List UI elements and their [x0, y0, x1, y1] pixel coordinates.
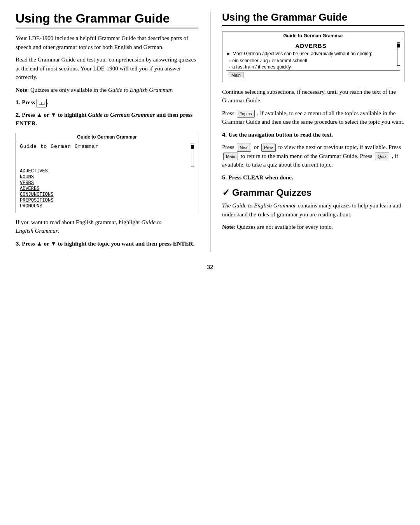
step-5: 5. Press CLEAR when done.: [222, 173, 404, 182]
press-or: or: [254, 144, 259, 150]
scroll-thumb-2: [397, 44, 400, 47]
step-4: 4. Use the navigation button to read the…: [222, 130, 404, 139]
grammar-quizzes-label: Grammar Quizzes: [232, 187, 312, 198]
step4-bold: Use the navigation button to read the te…: [228, 132, 333, 138]
screen1-header-line: Guide to German Grammar: [20, 144, 194, 167]
note1-end: .: [172, 87, 173, 93]
screen1-header-text: Guide to German Grammar: [20, 144, 98, 149]
step1-press-text: Press □□.: [22, 99, 48, 105]
topics-button: Topics: [237, 110, 254, 118]
continue-paragraph: Continue selecting subsections, if neces…: [222, 88, 404, 105]
book-button-icon: □□: [37, 99, 47, 107]
list-item-nouns: NOUNS: [20, 174, 194, 180]
device-screen-1: Guide to German Grammar Guide to German …: [16, 133, 198, 213]
list-item-verbs: VERBS: [20, 180, 194, 186]
step2-num: 2.: [16, 111, 21, 118]
steps-list: 1. Press □□. 2. Press ▲ or ▼ to highligh…: [16, 98, 198, 128]
screen2-adverbs-title: ADVERBS: [226, 42, 396, 49]
screen2-arrow1: → ein schneller Zug / er kommt schnell: [226, 58, 396, 63]
device-screen-2: Guide to German Grammar ADVERBS ► Most G…: [222, 32, 404, 82]
press-next-paragraph: Press Next or Prev to view the next or p…: [222, 143, 404, 169]
press-next-post: to view the next or previous topic, if a…: [278, 144, 401, 150]
screen2-arrow2: → a fast train / it comes quickly: [226, 64, 396, 70]
page-number: 32: [16, 263, 404, 270]
note1-text: : Quizzes are only available in the: [27, 87, 108, 93]
quiz-intro-paragraph: The Guide to English Grammar contains ma…: [222, 201, 404, 219]
step2-bold1: Press ▲ or ▼ to highlight: [22, 112, 88, 118]
step3-list: 3. Press ▲ or ▼ to highlight the topic y…: [16, 239, 198, 248]
step5-num: 5.: [222, 174, 227, 181]
screen2-main-btn: Main: [229, 72, 243, 78]
step3-num: 3.: [16, 240, 21, 247]
list-item-adverbs: ADVERBS: [20, 186, 194, 191]
prev-button: Prev: [261, 144, 276, 152]
screen2-scrollbar: [397, 42, 400, 66]
intro-paragraph-1: Your LDE-1900 includes a helpful Grammar…: [16, 34, 198, 51]
step1-num: 1.: [16, 99, 21, 105]
list-item-conjunctions: CONJUNCTIONS: [20, 192, 194, 197]
scroll-thumb: [191, 145, 194, 149]
screen2-bullet-text: Most German adjectives can be used adver…: [233, 51, 373, 56]
right-title-rule: [222, 25, 404, 26]
quiz-button: Quiz: [375, 153, 389, 161]
press-next-pre: Press: [222, 144, 234, 150]
screen2-body: ADVERBS ► Most German adjectives can be …: [222, 40, 404, 82]
screen1-list: ADJECTIVES NOUNS VERBS ADVERBS CONJUNCTI…: [20, 169, 194, 209]
screen2-bullet: ► Most German adjectives can be used adv…: [226, 51, 396, 56]
step5-bold: Press CLEAR when done.: [228, 174, 293, 181]
step-3: 3. Press ▲ or ▼ to highlight the topic y…: [16, 239, 198, 248]
note2-bold: Note: [222, 224, 234, 230]
left-title: Using the Grammar Guide: [16, 12, 198, 25]
note2-text: : Quizzes are not available for every to…: [234, 224, 333, 230]
right-steps-list: 4. Use the navigation button to read the…: [222, 130, 404, 139]
press-main-post: to return to the main menu of the Gramma…: [241, 153, 373, 159]
note1-bold: Note: [16, 87, 27, 93]
screen1-scrollbar: [191, 144, 194, 167]
press-topics-paragraph: Press Topics , if available, to see a me…: [222, 109, 404, 126]
press-topics-pre: Press: [222, 110, 234, 116]
step3-bold: Press ▲ or ▼ to highlight the topic you …: [22, 241, 194, 247]
list-item-adjectives: ADJECTIVES: [20, 169, 194, 174]
step2-bold-italic: Guide to German Grammar: [88, 112, 155, 118]
right-column: Using the Grammar Guide Guide to German …: [210, 12, 404, 252]
screen2-footer: Main: [226, 70, 400, 79]
left-title-rule: [16, 28, 198, 28]
grammar-quizzes-section: ✓ Grammar Quizzes The Guide to English G…: [222, 187, 404, 232]
note-paragraph-1: Note: Quizzes are only available in the …: [16, 86, 198, 95]
bullet-arrow-icon: ►: [226, 51, 231, 56]
list-item-prepositions: PREPOSITIONS: [20, 198, 194, 203]
screen1-body: Guide to German Grammar ADJECTIVES NOUNS…: [16, 141, 198, 213]
next-button: Next: [237, 144, 251, 152]
grammar-quizzes-title: ✓ Grammar Quizzes: [222, 187, 404, 198]
after-screen1-end: .: [58, 228, 60, 234]
intro-paragraph-2: Read the Grammar Guide and test your com…: [16, 55, 198, 82]
main-button: Main: [223, 153, 238, 161]
step-1: 1. Press □□.: [16, 98, 198, 107]
quiz-intro-italic: The Guide to English Grammar: [222, 202, 296, 209]
note2-paragraph: Note: Quizzes are not available for ever…: [222, 223, 404, 232]
list-item-pronouns: PRONOUNS: [20, 204, 194, 209]
step4-num: 4.: [222, 131, 227, 138]
right-title: Using the Grammar Guide: [222, 12, 404, 23]
left-column: Using the Grammar Guide Your LDE-1900 in…: [16, 12, 210, 252]
screen2-title-bar: Guide to German Grammar: [222, 32, 404, 40]
after-screen1-text: If you want to read about English gramma…: [16, 219, 142, 225]
after-screen-paragraph: If you want to read about English gramma…: [16, 218, 198, 235]
step-2: 2. Press ▲ or ▼ to highlight Guide to Ge…: [16, 111, 198, 128]
note1-italic: Guide to English Grammar: [108, 87, 172, 93]
screen1-title-bar: Guide to German Grammar: [16, 133, 198, 141]
step5-list: 5. Press CLEAR when done.: [222, 173, 404, 182]
checkmark-icon: ✓: [222, 187, 230, 198]
